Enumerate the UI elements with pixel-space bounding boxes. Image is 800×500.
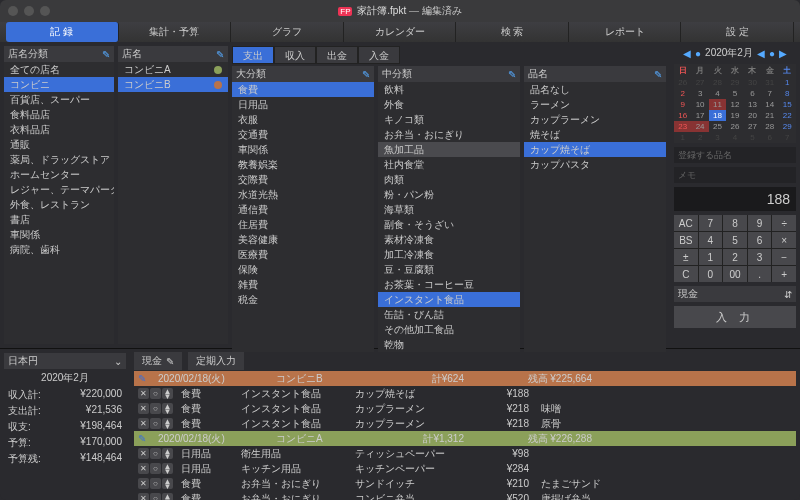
- window-controls[interactable]: [8, 6, 50, 16]
- list-item[interactable]: 交際費: [232, 172, 374, 187]
- currency-select[interactable]: 日本円⌄: [4, 353, 126, 369]
- calendar-day[interactable]: 12: [726, 99, 743, 110]
- list-item[interactable]: 車関係: [4, 227, 114, 242]
- calendar-day[interactable]: 2: [691, 132, 708, 143]
- list-item[interactable]: 衣料品店: [4, 122, 114, 137]
- sub-tab[interactable]: 入金: [358, 46, 400, 64]
- list-item[interactable]: 雑費: [232, 277, 374, 292]
- check-icon[interactable]: ○: [150, 463, 161, 474]
- list-item[interactable]: 税金: [232, 292, 374, 307]
- list-item[interactable]: 病院、歯科: [4, 242, 114, 257]
- calendar-day[interactable]: 27: [744, 121, 761, 132]
- reorder-icon[interactable]: ▲▼: [162, 418, 173, 429]
- calendar-day[interactable]: 27: [691, 77, 708, 88]
- calendar-day[interactable]: 28: [709, 77, 726, 88]
- keypad-key[interactable]: 6: [748, 232, 772, 248]
- reorder-icon[interactable]: ▲▼: [162, 388, 173, 399]
- list-item[interactable]: 外食: [378, 97, 520, 112]
- calendar-day[interactable]: 4: [709, 88, 726, 99]
- calendar-day[interactable]: 21: [761, 110, 778, 121]
- list-item[interactable]: 食費: [232, 82, 374, 97]
- main-tab[interactable]: 検 索: [456, 22, 569, 42]
- delete-icon[interactable]: ✕: [138, 493, 149, 500]
- delete-icon[interactable]: ✕: [138, 403, 149, 414]
- reorder-icon[interactable]: ▲▼: [162, 403, 173, 414]
- list-item[interactable]: 缶詰・びん詰: [378, 307, 520, 322]
- list-item[interactable]: 医療費: [232, 247, 374, 262]
- reorder-icon[interactable]: ▲▼: [162, 478, 173, 489]
- list-item[interactable]: 書店: [4, 212, 114, 227]
- transaction-row[interactable]: ✕○▲▼食費お弁当・おにぎりコンビニ弁当¥520唐揚げ弁当: [134, 491, 796, 500]
- list-item[interactable]: カップパスタ: [524, 157, 666, 172]
- reorder-icon[interactable]: ▲▼: [162, 463, 173, 474]
- delete-icon[interactable]: ✕: [138, 448, 149, 459]
- calendar-day[interactable]: 20: [744, 110, 761, 121]
- list-item[interactable]: コンビニA: [118, 62, 228, 77]
- check-icon[interactable]: ○: [150, 493, 161, 500]
- main-tab[interactable]: グラフ: [231, 22, 344, 42]
- calendar-day[interactable]: 11: [709, 99, 726, 110]
- next-month-icon[interactable]: ◀: [757, 48, 765, 59]
- edit-icon[interactable]: ✎: [654, 69, 662, 80]
- edit-icon[interactable]: ✎: [508, 69, 516, 80]
- calendar-day[interactable]: 15: [779, 99, 796, 110]
- calendar-day[interactable]: 6: [761, 132, 778, 143]
- calendar-day[interactable]: 13: [744, 99, 761, 110]
- prev-year-icon[interactable]: ◀: [683, 48, 691, 59]
- transaction-group-header[interactable]: ✎2020/02/18(火)コンビニB計¥624残高 ¥225,664: [134, 371, 796, 386]
- edit-icon[interactable]: ✎: [362, 69, 370, 80]
- list-item[interactable]: 飲料: [378, 82, 520, 97]
- calendar-day[interactable]: 28: [761, 121, 778, 132]
- list-item[interactable]: 日用品: [232, 97, 374, 112]
- list-item[interactable]: 焼そば: [524, 127, 666, 142]
- main-tab[interactable]: カレンダー: [344, 22, 457, 42]
- sub-tab[interactable]: 支出: [232, 46, 274, 64]
- list-item[interactable]: コンビニ: [4, 77, 114, 92]
- sub-tab[interactable]: 出金: [316, 46, 358, 64]
- memo-input[interactable]: メモ: [674, 167, 796, 183]
- enter-button[interactable]: 入 力: [674, 306, 796, 328]
- minimize-icon[interactable]: [24, 6, 34, 16]
- calendar-day[interactable]: 1: [674, 132, 691, 143]
- calendar-day[interactable]: 23: [674, 121, 691, 132]
- list-item[interactable]: 通販: [4, 137, 114, 152]
- keypad-key[interactable]: C: [674, 266, 698, 282]
- keypad-key[interactable]: 2: [723, 249, 747, 265]
- keypad-key[interactable]: BS: [674, 232, 698, 248]
- list-item[interactable]: 海草類: [378, 202, 520, 217]
- check-icon[interactable]: ○: [150, 403, 161, 414]
- next-year-icon[interactable]: ▶: [779, 48, 787, 59]
- keypad-key[interactable]: ×: [772, 232, 796, 248]
- main-tab[interactable]: レポート: [569, 22, 682, 42]
- keypad-key[interactable]: 00: [723, 266, 747, 282]
- transaction-row[interactable]: ✕○▲▼日用品キッチン用品キッチンペーパー¥284: [134, 461, 796, 476]
- delete-icon[interactable]: ✕: [138, 418, 149, 429]
- transaction-row[interactable]: ✕○▲▼食費インスタント食品カップラーメン¥218原骨: [134, 416, 796, 431]
- list-item[interactable]: 衣服: [232, 112, 374, 127]
- list-item[interactable]: 通信費: [232, 202, 374, 217]
- today-dot-icon[interactable]: ●: [695, 48, 701, 59]
- check-icon[interactable]: ○: [150, 448, 161, 459]
- calendar-day[interactable]: 3: [709, 132, 726, 143]
- transaction-row[interactable]: ✕○▲▼日用品衛生用品ティッシュペーパー¥98: [134, 446, 796, 461]
- calendar-day[interactable]: 3: [691, 88, 708, 99]
- periodic-button[interactable]: 定期入力: [188, 352, 244, 370]
- zoom-icon[interactable]: [40, 6, 50, 16]
- transaction-row[interactable]: ✕○▲▼食費インスタント食品カップラーメン¥218味噌: [134, 401, 796, 416]
- list-item[interactable]: 外食、レストラン: [4, 197, 114, 212]
- list-item[interactable]: 保険: [232, 262, 374, 277]
- calendar-day[interactable]: 16: [674, 110, 691, 121]
- main-tab[interactable]: 設 定: [681, 22, 794, 42]
- list-item[interactable]: ホームセンター: [4, 167, 114, 182]
- keypad-key[interactable]: 5: [723, 232, 747, 248]
- check-icon[interactable]: ○: [150, 418, 161, 429]
- list-item[interactable]: 粉・パン粉: [378, 187, 520, 202]
- calendar-day[interactable]: 17: [691, 110, 708, 121]
- edit-icon[interactable]: ✎: [216, 49, 224, 60]
- list-item[interactable]: 教養娯楽: [232, 157, 374, 172]
- calendar-day[interactable]: 4: [726, 132, 743, 143]
- list-item[interactable]: その他加工食品: [378, 322, 520, 337]
- keypad-key[interactable]: +: [772, 266, 796, 282]
- calendar-day[interactable]: 25: [709, 121, 726, 132]
- main-tab[interactable]: 集計・予算: [119, 22, 232, 42]
